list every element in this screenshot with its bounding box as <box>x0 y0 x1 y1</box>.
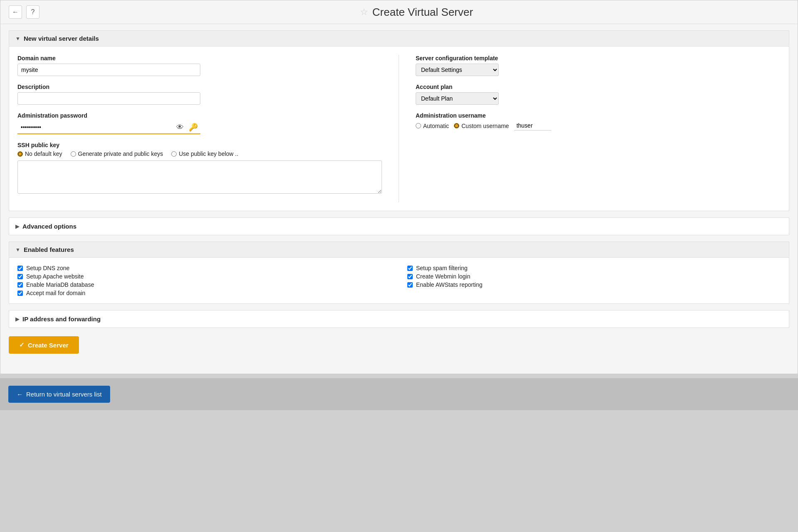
show-password-button[interactable]: 👁 <box>174 121 186 133</box>
custom-username-option[interactable]: Custom username <box>454 123 509 129</box>
new-virtual-server-body: Domain name Description Administration p… <box>9 47 789 211</box>
ip-address-header[interactable]: ▶ IP address and forwarding <box>9 310 789 328</box>
feature-webmin-login-checkbox[interactable] <box>407 274 413 279</box>
feature-mariadb: Enable MariaDB database <box>17 281 391 289</box>
ssh-generate-option[interactable]: Generate private and public keys <box>71 150 163 157</box>
automatic-option[interactable]: Automatic <box>416 123 449 129</box>
ip-address-title: IP address and forwarding <box>22 315 101 323</box>
create-server-icon: ✓ <box>19 341 25 349</box>
section-title: New virtual server details <box>24 35 99 42</box>
feature-setup-dns-checkbox[interactable] <box>17 266 23 271</box>
features-right-col: Setup spam filtering Create Webmin login… <box>407 264 781 297</box>
return-arrow-icon: ← <box>17 391 23 398</box>
features-toggle-icon: ▼ <box>15 247 20 253</box>
ip-address-section: ▶ IP address and forwarding <box>9 310 789 328</box>
server-config-select[interactable]: Default Settings <box>416 64 499 76</box>
domain-name-input[interactable] <box>17 64 200 76</box>
back-button[interactable]: ← <box>9 5 22 19</box>
advanced-options-title: Advanced options <box>22 223 76 230</box>
ip-toggle-icon: ▶ <box>15 316 19 322</box>
page-title: Create Virtual Server <box>372 6 473 19</box>
feature-webmin-login-label: Create Webmin login <box>416 273 470 280</box>
admin-username-label: Administration username <box>416 112 781 119</box>
feature-setup-apache-checkbox[interactable] <box>17 274 23 279</box>
help-icon: ? <box>31 8 35 16</box>
account-plan-select[interactable]: Default Plan <box>416 92 499 105</box>
create-server-label: Create Server <box>28 342 69 349</box>
password-wrapper: 👁 🔑 <box>17 121 200 134</box>
ssh-key-textarea[interactable] <box>17 160 382 194</box>
ssh-use-key-option[interactable]: Use public key below .. <box>171 150 238 157</box>
feature-setup-dns: Setup DNS zone <box>17 264 391 272</box>
advanced-options-header[interactable]: ▶ Advanced options <box>9 218 789 235</box>
toggle-icon: ▼ <box>15 36 20 42</box>
feature-spam-filtering-label: Setup spam filtering <box>416 265 468 271</box>
description-label: Description <box>17 84 382 90</box>
return-label: Return to virtual servers list <box>26 391 102 398</box>
admin-password-input[interactable] <box>17 121 174 133</box>
new-virtual-server-section: ▼ New virtual server details Domain name… <box>9 30 789 211</box>
automatic-radio[interactable] <box>416 123 421 128</box>
favorite-icon[interactable]: ☆ <box>360 7 368 17</box>
ssh-use-key-label: Use public key below .. <box>179 150 238 157</box>
new-virtual-server-header[interactable]: ▼ New virtual server details <box>9 31 789 47</box>
automatic-label: Automatic <box>423 123 449 129</box>
form-right: Server configuration template Default Se… <box>399 55 781 202</box>
custom-username-radio[interactable] <box>454 123 459 128</box>
account-plan-group: Account plan Default Plan <box>416 84 781 105</box>
features-left-col: Setup DNS zone Setup Apache website Enab… <box>17 264 391 297</box>
advanced-options-section: ▶ Advanced options <box>9 217 789 235</box>
ssh-radio-group: No default key Generate private and publ… <box>17 150 382 157</box>
admin-password-label: Administration password <box>17 112 382 119</box>
form-left: Domain name Description Administration p… <box>17 55 399 202</box>
feature-awstats-checkbox[interactable] <box>407 282 413 288</box>
header-title-area: ☆ Create Virtual Server <box>44 6 789 19</box>
domain-name-group: Domain name <box>17 55 382 76</box>
ssh-key-group: SSH public key No default key Generate p… <box>17 142 382 195</box>
description-input[interactable] <box>17 92 200 105</box>
server-config-label: Server configuration template <box>416 55 781 62</box>
server-config-group: Server configuration template Default Se… <box>416 55 781 76</box>
admin-username-group: Administration username Automatic Custom… <box>416 112 781 131</box>
feature-accept-mail: Accept mail for domain <box>17 289 391 297</box>
feature-awstats: Enable AWStats reporting <box>407 281 781 289</box>
help-button[interactable]: ? <box>26 5 39 19</box>
ssh-generate-radio[interactable] <box>71 151 76 157</box>
eye-icon: 👁 <box>176 123 184 131</box>
feature-accept-mail-label: Accept mail for domain <box>26 290 85 296</box>
back-icon: ← <box>12 8 19 16</box>
advanced-toggle-icon: ▶ <box>15 224 19 229</box>
feature-setup-apache-label: Setup Apache website <box>26 273 84 280</box>
description-group: Description <box>17 84 382 105</box>
feature-spam-filtering: Setup spam filtering <box>407 264 781 272</box>
feature-accept-mail-checkbox[interactable] <box>17 291 23 296</box>
ssh-no-key-option[interactable]: No default key <box>17 150 62 157</box>
ssh-key-box <box>17 160 382 195</box>
feature-setup-dns-label: Setup DNS zone <box>26 265 69 271</box>
feature-setup-apache: Setup Apache website <box>17 272 391 281</box>
ssh-use-key-radio[interactable] <box>171 151 177 157</box>
feature-mariadb-checkbox[interactable] <box>17 282 23 288</box>
ssh-generate-label: Generate private and public keys <box>78 150 163 157</box>
account-plan-label: Account plan <box>416 84 781 90</box>
footer-bar: ← Return to virtual servers list <box>0 378 798 410</box>
features-body: Setup DNS zone Setup Apache website Enab… <box>9 258 789 303</box>
domain-name-label: Domain name <box>17 55 382 62</box>
enabled-features-header[interactable]: ▼ Enabled features <box>9 242 789 258</box>
ssh-no-key-label: No default key <box>25 150 62 157</box>
admin-username-row: Automatic Custom username <box>416 121 781 131</box>
feature-mariadb-label: Enable MariaDB database <box>26 281 94 288</box>
form-two-col: Domain name Description Administration p… <box>17 55 781 202</box>
feature-spam-filtering-checkbox[interactable] <box>407 266 413 271</box>
enabled-features-section: ▼ Enabled features Setup DNS zone Setup … <box>9 241 789 304</box>
create-server-button[interactable]: ✓ Create Server <box>9 336 79 354</box>
page-header: ← ? ☆ Create Virtual Server <box>0 0 798 24</box>
custom-username-input[interactable] <box>514 121 552 131</box>
ssh-no-key-radio[interactable] <box>17 151 23 157</box>
enabled-features-title: Enabled features <box>24 246 74 253</box>
feature-webmin-login: Create Webmin login <box>407 272 781 281</box>
ssh-key-label: SSH public key <box>17 142 382 148</box>
key-icon: 🔑 <box>189 123 198 131</box>
generate-password-button[interactable]: 🔑 <box>186 121 200 133</box>
return-button[interactable]: ← Return to virtual servers list <box>8 386 110 403</box>
